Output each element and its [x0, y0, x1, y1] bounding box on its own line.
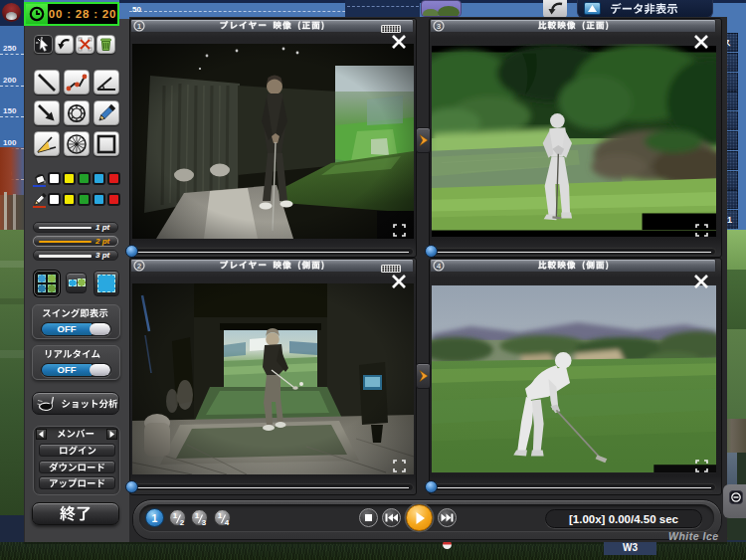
svg-text:4: 4: [225, 518, 230, 526]
svg-text:1: 1: [218, 511, 223, 520]
svg-text:1: 1: [137, 22, 142, 31]
svg-text:4: 4: [437, 262, 442, 271]
svg-text:3: 3: [202, 518, 207, 526]
svg-text:2: 2: [180, 518, 185, 526]
svg-text:2: 2: [137, 262, 142, 271]
svg-text:3: 3: [437, 22, 442, 31]
svg-text:1: 1: [195, 511, 200, 520]
svg-text:1: 1: [173, 511, 178, 520]
